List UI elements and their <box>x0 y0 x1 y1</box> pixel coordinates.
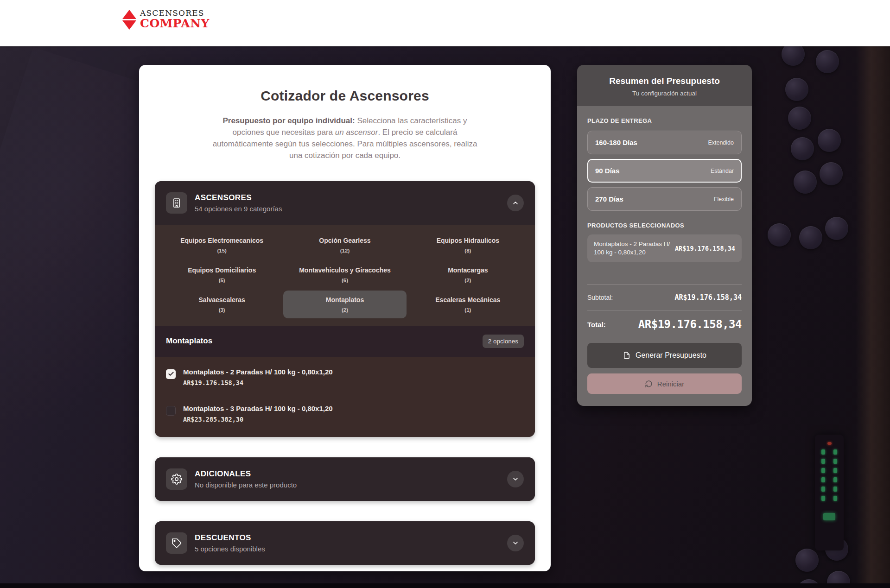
gear-icon <box>166 468 187 490</box>
quoter-card: Cotizador de Ascensores Presupuesto por … <box>139 65 551 571</box>
ascensores-title: ASCENSORES <box>195 193 500 202</box>
building-icon <box>166 192 187 214</box>
background-elevator-button <box>827 571 850 588</box>
reset-label: Reiniciar <box>657 380 684 388</box>
divider <box>587 285 742 285</box>
logo-text: ASCENSORES COMPANY <box>140 9 210 30</box>
category-montaplatos[interactable]: Montaplatos (2) <box>283 291 406 318</box>
expand-adicionales-button[interactable] <box>507 471 524 487</box>
page-title: Cotizador de Ascensores <box>155 88 535 104</box>
category-equipos-domiciliarios[interactable]: Equipos Domiciliarios (5) <box>160 261 283 289</box>
logo-triangles-icon <box>122 10 136 30</box>
selected-products-label: PRODUCTOS SELECCIONADOS <box>587 222 742 229</box>
subtotal-label: Subtotal: <box>587 294 613 301</box>
options-count-badge: 2 opciones <box>483 335 524 348</box>
summary-subtitle: Tu configuración actual <box>586 90 743 97</box>
adicionales-accordion-header[interactable]: ADICIONALES No disponible para este prod… <box>155 457 535 501</box>
background-elevator-button <box>816 50 839 73</box>
delivery-option-90-dias[interactable]: 90 Días Estándar <box>587 159 742 183</box>
generate-quote-button[interactable]: Generar Presupuesto <box>587 343 742 368</box>
category-equipos-hidraulicos[interactable]: Equipos Hidraulicos (8) <box>407 231 529 259</box>
intro-text: Presupuesto por equipo individual: Selec… <box>210 115 479 162</box>
summary-panel: Resumen del Presupuesto Tu configuración… <box>577 65 752 406</box>
background-elevator-button <box>820 162 843 185</box>
chevron-down-icon <box>512 475 519 483</box>
chevron-up-icon <box>512 199 519 207</box>
check-icon <box>168 371 174 377</box>
background-keypad-panel <box>815 435 844 550</box>
product-list: Montaplatos - 2 Paradas H/ 100 kg - 0,80… <box>155 357 535 437</box>
collapse-ascensores-button[interactable] <box>507 195 524 211</box>
subtotal-row: Subtotal: AR$19.176.158,34 <box>587 293 742 302</box>
company-logo[interactable]: ASCENSORES COMPANY <box>122 9 210 30</box>
background-elevator-button <box>825 217 848 240</box>
descuentos-accordion-header[interactable]: DESCUENTOS 5 opciones disponibles <box>155 521 535 565</box>
background-right-rail <box>856 46 890 588</box>
keypad-led <box>827 442 832 445</box>
tag-icon <box>166 532 187 554</box>
document-icon <box>623 351 631 360</box>
delivery-option-270-dias[interactable]: 270 Días Flexible <box>587 187 742 211</box>
ascensores-accordion-header[interactable]: ASCENSORES 54 opciones en 9 categorías <box>155 181 535 225</box>
section-ascensores: ASCENSORES 54 opciones en 9 categorías E… <box>155 181 535 437</box>
total-label: Total: <box>587 321 606 329</box>
intro-bold: Presupuesto por equipo individual: <box>222 116 355 125</box>
background-elevator-button <box>791 137 814 160</box>
summary-title: Resumen del Presupuesto <box>586 76 743 86</box>
section-adicionales: ADICIONALES No disponible para este prod… <box>155 457 535 501</box>
delivery-option-160-180-dias[interactable]: 160-180 Días Extendido <box>587 131 742 154</box>
divider <box>155 395 535 395</box>
section-descuentos: DESCUENTOS 5 opciones disponibles <box>155 521 535 565</box>
refresh-icon <box>645 380 653 388</box>
background-elevator-button <box>797 579 820 588</box>
category-grid: Equipos Electromecanicos (15) Opción Gea… <box>155 225 535 326</box>
descuentos-subtitle: 5 opciones disponibles <box>195 545 500 553</box>
ascensores-titles: ASCENSORES 54 opciones en 9 categorías <box>195 193 500 213</box>
background-elevator-button <box>818 129 841 152</box>
generate-quote-label: Generar Presupuesto <box>636 351 706 360</box>
descuentos-titles: DESCUENTOS 5 opciones disponibles <box>195 533 500 553</box>
background-elevator-button <box>825 537 848 561</box>
subtotal-value: AR$19.176.158,34 <box>675 293 742 302</box>
product-option-montaplatos-3-paradas[interactable]: Montaplatos - 3 Paradas H/ 100 kg - 0,80… <box>155 396 535 430</box>
keypad-digits <box>820 449 838 501</box>
intro-italic: un ascensor <box>335 128 378 137</box>
divider <box>587 310 742 310</box>
adicionales-titles: ADICIONALES No disponible para este prod… <box>195 469 500 489</box>
checkbox-unchecked[interactable] <box>166 406 176 416</box>
category-montavehiculos-y-giracoches[interactable]: Montavehiculos y Giracoches (6) <box>283 261 406 289</box>
background-elevator-button <box>785 78 808 101</box>
total-row: Total: AR$19.176.158,34 <box>587 318 742 331</box>
background-elevator-button <box>768 223 791 247</box>
adicionales-title: ADICIONALES <box>195 469 500 479</box>
reset-button[interactable]: Reiniciar <box>587 373 742 394</box>
chevron-down-icon <box>512 539 519 547</box>
descuentos-title: DESCUENTOS <box>195 533 500 543</box>
background-elevator-button <box>788 107 811 130</box>
category-montacargas[interactable]: Montacargas (2) <box>407 261 529 289</box>
product-option-montaplatos-2-paradas[interactable]: Montaplatos - 2 Paradas H/ 100 kg - 0,80… <box>155 360 535 394</box>
ascensores-subtitle: 54 opciones en 9 categorías <box>195 205 500 213</box>
active-category-title: Montaplatos <box>166 336 212 346</box>
background-elevator-button <box>795 549 819 572</box>
product-info: Montaplatos - 2 Paradas H/ 100 kg - 0,80… <box>183 368 333 386</box>
delivery-label: PLAZO DE ENTREGA <box>587 117 742 124</box>
background-bottom-strip <box>0 583 890 588</box>
category-salvaescaleras[interactable]: Salvaescaleras (3) <box>160 291 283 318</box>
delivery-options: 160-180 Días Extendido 90 Días Estándar … <box>587 131 742 211</box>
background-elevator-button <box>799 226 822 249</box>
top-navbar: ASCENSORES COMPANY <box>0 0 890 46</box>
adicionales-subtitle: No disponible para este producto <box>195 481 500 489</box>
summary-body: PLAZO DE ENTREGA 160-180 Días Extendido … <box>577 106 752 406</box>
checkbox-checked[interactable] <box>166 369 176 379</box>
total-value: AR$19.176.158,34 <box>638 318 742 331</box>
active-category-header: Montaplatos 2 opciones <box>155 326 535 357</box>
category-equipos-electromecanicos[interactable]: Equipos Electromecanicos (15) <box>160 231 283 259</box>
product-info: Montaplatos - 3 Paradas H/ 100 kg - 0,80… <box>183 405 333 423</box>
summary-header: Resumen del Presupuesto Tu configuración… <box>577 65 752 106</box>
category-opcion-gearless[interactable]: Opción Gearless (12) <box>283 231 406 259</box>
expand-descuentos-button[interactable] <box>507 535 524 551</box>
background-elevator-button <box>794 171 817 194</box>
selected-product-row: Montaplatos - 2 Paradas H/ 100 kg - 0,80… <box>587 234 742 262</box>
category-escaleras-mecanicas[interactable]: Escaleras Mecánicas (1) <box>407 291 529 318</box>
